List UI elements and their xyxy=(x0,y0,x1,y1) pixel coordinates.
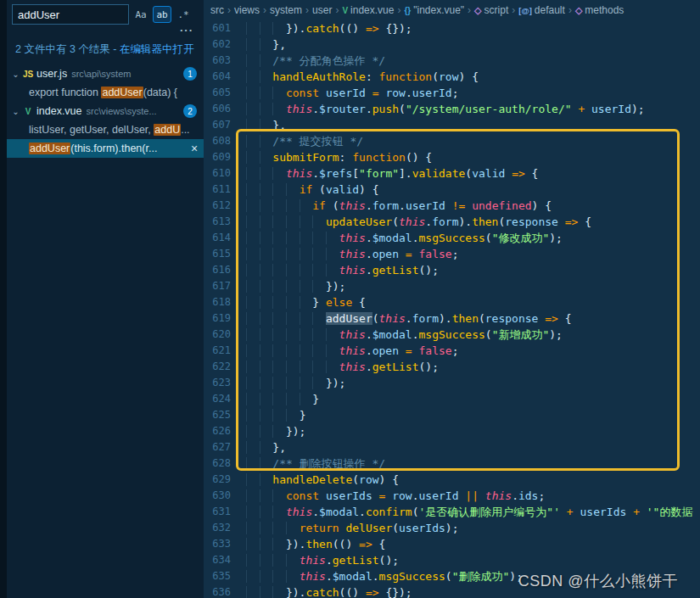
code-token xyxy=(640,506,647,518)
code-line[interactable]: 615 this.open = false; xyxy=(204,246,700,262)
code-line[interactable]: 605 const userId = row.userId; xyxy=(204,85,700,101)
breadcrumb-item-label: index.vue xyxy=(350,4,394,16)
code-token: }, xyxy=(272,119,286,131)
breadcrumb-item[interactable]: ◇methods xyxy=(575,4,624,16)
symbol-icon: ◇ xyxy=(474,5,481,16)
code-token: : xyxy=(339,151,353,164)
code-line[interactable]: 626 }); xyxy=(204,423,700,439)
close-icon[interactable]: × xyxy=(187,142,202,155)
code-line[interactable]: 628 /** 删除按钮操作 */ xyxy=(204,455,700,472)
code-line[interactable]: 622 this.getList(); xyxy=(204,359,700,375)
code-token: ; xyxy=(452,248,459,260)
search-result-file-row[interactable]: ⌄Vindex.vuesrc\views\syste...2 xyxy=(7,102,204,120)
code-token: catch xyxy=(305,22,339,35)
code-token: ). xyxy=(458,215,472,228)
code-line[interactable]: 608 /** 提交按钮 */ xyxy=(204,133,700,149)
code-token xyxy=(560,506,567,518)
code-token: ( xyxy=(399,103,406,115)
code-line[interactable]: 627 }, xyxy=(204,439,700,455)
code-line[interactable]: 604 handleAuthRole: function(row) { xyxy=(204,69,700,85)
code-line[interactable]: 601 }).catch(() => {}); xyxy=(204,20,700,36)
match-before: export function xyxy=(29,87,101,98)
code-line[interactable]: 631 this.$modal.confirm('是否确认删除用户编号为"' +… xyxy=(204,504,700,520)
match-highlight: addU xyxy=(154,124,181,136)
code-token: ( xyxy=(352,473,359,486)
code-token xyxy=(319,489,326,502)
breadcrumb-item[interactable]: Vindex.vue xyxy=(342,4,394,16)
code-token: != xyxy=(452,199,466,212)
code-line[interactable]: 632 return delUser(userIds); xyxy=(204,520,700,536)
vue-icon: V xyxy=(342,6,348,15)
line-content: }); xyxy=(246,423,700,439)
code-line[interactable]: 624 } xyxy=(204,391,700,407)
open-in-editor-link[interactable]: 在编辑器中打开 xyxy=(120,43,194,55)
code-line[interactable]: 617 }); xyxy=(204,278,700,294)
code-token: ; xyxy=(538,489,545,502)
search-more-button[interactable]: ··· xyxy=(180,26,193,37)
code-line[interactable]: 634 this.getList(); xyxy=(204,552,700,568)
code-token: ( xyxy=(479,312,485,325)
code-line[interactable]: 606 this.$router.push("/system/user-auth… xyxy=(204,101,700,117)
regex-toggle-icon[interactable]: .* xyxy=(174,6,193,23)
code-line[interactable]: 618 } else { xyxy=(204,294,700,310)
search-sidebar: Aaab.* ··· 2 文件中有 3 个结果 - 在编辑器中打开 ⌄JSuse… xyxy=(7,0,204,598)
code-line[interactable]: 610 this.$refs["form"].validate(valid =>… xyxy=(204,165,700,182)
line-content: handleAuthRole: function(row) { xyxy=(246,69,700,85)
search-result-match-row[interactable]: addUser(this.form).then(r...× xyxy=(7,139,204,158)
breadcrumb-item-label: user xyxy=(312,4,332,16)
code-line[interactable]: 621 this.open = false; xyxy=(204,343,700,359)
code-line[interactable]: 609 submitForm: function() { xyxy=(204,149,700,165)
match-highlight: addUser xyxy=(29,143,70,154)
breadcrumb-item[interactable]: [@]default xyxy=(518,4,565,16)
breadcrumb-item[interactable]: user xyxy=(312,4,332,16)
breadcrumb-item[interactable]: src xyxy=(210,4,224,16)
line-number: 610 xyxy=(204,165,231,182)
line-number: 625 xyxy=(204,407,231,423)
code-line[interactable]: 613 updateUser(this.form).then(response … xyxy=(204,214,700,230)
code-line[interactable]: 625 } xyxy=(204,407,700,423)
code-line[interactable]: 612 if (this.form.userId != undefined) { xyxy=(204,198,700,214)
search-result-file-row[interactable]: ⌄JSuser.jssrc\api\system1 xyxy=(7,64,204,83)
code-line[interactable]: 633 }).then(() => { xyxy=(204,536,700,552)
code-token: row xyxy=(439,70,458,83)
code-token: ( xyxy=(312,183,326,196)
code-token: . xyxy=(359,506,366,518)
file-path: src\views\syste... xyxy=(87,106,180,116)
code-token: }); xyxy=(326,280,345,293)
code-line[interactable]: 619 addUser(this.form).then(response => … xyxy=(204,310,700,327)
code-line[interactable]: 623 }); xyxy=(204,375,700,391)
code-token: '是否确认删除用户编号为"' xyxy=(419,506,560,518)
code-line[interactable]: 620 this.$modal.msgSuccess("新增成功"); xyxy=(204,327,700,343)
search-result-match-row[interactable]: listUser, getUser, delUser, addU... xyxy=(7,120,204,139)
code-line[interactable]: 630 const userIds = row.userId || this.i… xyxy=(204,488,700,504)
indent-guides xyxy=(246,199,312,212)
code-token: . xyxy=(399,199,406,212)
code-line[interactable]: 611 if (valid) { xyxy=(204,182,700,198)
breadcrumb-item[interactable]: ◇script xyxy=(474,4,508,16)
code-token: . xyxy=(512,489,518,502)
code-token xyxy=(399,248,406,260)
whole-word-toggle-icon[interactable]: ab xyxy=(153,6,171,23)
code-line[interactable]: 614 this.$modal.msgSuccess("修改成功"); xyxy=(204,230,700,246)
breadcrumb-separator: › xyxy=(263,4,266,16)
code-line[interactable]: 602 }, xyxy=(204,36,700,53)
search-input[interactable] xyxy=(13,8,128,21)
indent-guides xyxy=(246,151,272,164)
code-token: ]. xyxy=(399,167,412,180)
search-result-match-row[interactable]: export function addUser(data) { xyxy=(7,83,204,102)
code-line[interactable]: 607 }, xyxy=(204,117,700,133)
code-token: . xyxy=(312,167,319,180)
code-line[interactable]: 603 /** 分配角色操作 */ xyxy=(204,53,700,69)
code-token xyxy=(412,248,419,260)
match-count-badge: 2 xyxy=(183,104,197,118)
line-number: 614 xyxy=(204,230,231,246)
code-token: ( xyxy=(392,215,399,228)
breadcrumb-item[interactable]: {}"index.vue" xyxy=(404,4,464,16)
code-line[interactable]: 629 handleDelete(row) { xyxy=(204,472,700,488)
breadcrumb-item[interactable]: views xyxy=(234,4,260,16)
breadcrumb-item[interactable]: system xyxy=(270,4,302,16)
code-line[interactable]: 616 this.getList(); xyxy=(204,262,700,278)
match-case-toggle-icon[interactable]: Aa xyxy=(132,6,150,23)
line-number: 605 xyxy=(204,85,231,101)
code-token: }); xyxy=(326,377,345,389)
